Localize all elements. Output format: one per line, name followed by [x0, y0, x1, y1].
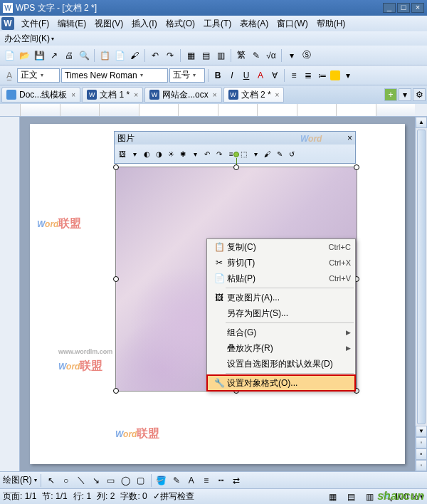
tab-doc2[interactable]: W文档 2 *× [223, 87, 285, 103]
equation-button[interactable]: √α [265, 49, 278, 62]
new-tab-button[interactable]: + [384, 88, 397, 101]
line-button[interactable]: ＼ [75, 474, 88, 487]
menu-window[interactable]: 窗口(W) [273, 16, 312, 31]
ctx-object-format[interactable]: 🔧设置对象格式(O)... [207, 375, 355, 391]
page-down-button[interactable]: ◦ [416, 460, 427, 471]
close-icon[interactable]: × [213, 91, 217, 99]
align-center-button[interactable]: ≣ [302, 69, 315, 82]
resize-handle-t[interactable] [233, 164, 239, 170]
italic-button[interactable]: I [226, 69, 238, 82]
arrow-button[interactable]: ↘ [90, 474, 102, 487]
new-button[interactable]: 📄 [3, 49, 16, 62]
print-button[interactable]: 🖨 [63, 49, 75, 62]
ctx-default-effect[interactable]: 设置自选图形的默认效果(D) [207, 356, 355, 372]
styles-button[interactable]: Ⓢ [300, 49, 313, 62]
wrap-button[interactable]: ▾ [251, 149, 260, 159]
ctx-order[interactable]: 叠放次序(R)▶ [207, 340, 355, 356]
tab-doc1[interactable]: W文档 1 *× [82, 87, 143, 103]
fill-button[interactable]: 🪣 [155, 474, 168, 487]
rotate-handle[interactable] [233, 152, 239, 157]
menu-table[interactable]: 表格(A) [236, 16, 273, 31]
bright-up-button[interactable]: ☀ [166, 149, 176, 159]
dropdown-button[interactable]: ▾ [285, 49, 298, 62]
ctx-copy[interactable]: 📋复制(C)Ctrl+C [207, 239, 355, 255]
ctx-paste[interactable]: 📄粘贴(P)Ctrl+V [207, 271, 355, 286]
bold-button[interactable]: B [211, 69, 224, 82]
contrast-down-button[interactable]: ◑ [154, 149, 164, 159]
resize-handle-bl[interactable] [113, 388, 119, 394]
ctx-cut[interactable]: ✂剪切(T)Ctrl+X [207, 255, 355, 271]
status-spell[interactable]: ✓拼写检查 [153, 490, 194, 503]
vertical-ruler[interactable] [0, 117, 20, 471]
symbols-button[interactable]: 繁 [235, 49, 248, 62]
rotate-right-button[interactable]: ↷ [214, 149, 224, 159]
columns-button[interactable]: ▥ [214, 49, 227, 62]
font-color2-button[interactable]: A [185, 474, 198, 487]
close-icon[interactable]: × [71, 91, 75, 99]
resize-handle-tl[interactable] [113, 164, 119, 170]
table-button[interactable]: ▦ [184, 49, 197, 62]
line-color-button[interactable]: ✎ [170, 474, 183, 487]
menu-insert[interactable]: 插入(I) [127, 16, 161, 31]
browse-button[interactable]: ▪ [416, 448, 427, 460]
preview-button[interactable]: 🔍 [78, 49, 90, 62]
format-painter-button[interactable]: 🖌 [128, 49, 141, 62]
tab-list-button[interactable]: ▾ [399, 88, 411, 101]
open-button[interactable]: 📂 [18, 49, 31, 62]
dash-button[interactable]: ┅ [215, 474, 228, 487]
list-button[interactable]: ≔ [316, 69, 329, 82]
minimize-button[interactable]: _ [383, 3, 396, 13]
reset-button[interactable]: ↺ [287, 149, 297, 159]
menu-view[interactable]: 视图(V) [90, 16, 127, 31]
maximize-button[interactable]: □ [397, 3, 410, 13]
ctx-save-as-pic[interactable]: 另存为图片(S)... [207, 305, 355, 321]
copy-button[interactable]: 📋 [98, 49, 111, 62]
menu-help[interactable]: 帮助(H) [312, 16, 350, 31]
scroll-thumb[interactable] [417, 130, 426, 424]
tab-website[interactable]: W网站金...ocx× [144, 87, 222, 103]
crop-button[interactable]: ▾ [190, 149, 200, 159]
paragraph-button[interactable] [330, 70, 340, 80]
color-button[interactable]: ▾ [130, 149, 139, 159]
select-button[interactable]: ↖ [45, 474, 58, 487]
close-button[interactable]: × [411, 3, 424, 13]
contrast-up-button[interactable]: ◐ [142, 149, 152, 159]
save-button[interactable]: 💾 [33, 49, 46, 62]
underline-button[interactable]: U [240, 69, 253, 82]
view-print-button[interactable]: ▦ [327, 490, 339, 503]
line-style-button[interactable]: ≡ [200, 474, 213, 487]
format-button[interactable]: 🖌 [263, 149, 273, 159]
rect-button[interactable]: ▭ [105, 474, 117, 487]
resize-handle-tr[interactable] [354, 164, 359, 170]
view-outline-button[interactable]: ▤ [345, 490, 358, 503]
undo-button[interactable]: ↶ [149, 49, 162, 62]
vertical-scrollbar[interactable]: ▲ ▼ ◦ ▪ ◦ [415, 117, 427, 471]
compress-button[interactable]: ⬚ [238, 149, 248, 159]
ctx-group[interactable]: 组合(G)▶ [207, 325, 355, 340]
wps-logo[interactable]: W [1, 17, 14, 30]
draw-menu[interactable]: 绘图(R) [3, 474, 32, 486]
align-left-button[interactable]: ≡ [288, 69, 300, 82]
redo-button[interactable]: ↷ [164, 49, 176, 62]
insert-pic-button[interactable]: 🖼 [117, 149, 127, 159]
ctx-change-pic[interactable]: 🖼更改图片(A)... [207, 290, 355, 305]
style-combo[interactable]: 正文▾ [17, 68, 60, 83]
font-combo[interactable]: Times New Roman▾ [61, 68, 168, 83]
tab-doc-template[interactable]: Doc...线模板× [1, 87, 80, 103]
font-color-button[interactable]: A [254, 69, 267, 82]
page-up-button[interactable]: ◦ [416, 437, 427, 448]
menu-edit[interactable]: 编辑(E) [53, 16, 90, 31]
size-combo[interactable]: 五号▾ [169, 68, 205, 83]
view-web-button[interactable]: ▥ [364, 490, 376, 503]
menu-tools[interactable]: 工具(T) [199, 16, 236, 31]
drawing-button[interactable]: ✎ [250, 49, 263, 62]
arrow-style-button[interactable]: ⇄ [230, 474, 243, 487]
highlight-button[interactable]: ∀ [268, 69, 281, 82]
close-icon[interactable]: × [275, 91, 280, 99]
panel-close-icon[interactable]: × [347, 133, 352, 143]
resize-handle-l[interactable] [113, 276, 119, 282]
rotate-left-button[interactable]: ↶ [202, 149, 212, 159]
indent-button[interactable]: ▾ [342, 69, 354, 82]
paste-button[interactable]: 📄 [113, 49, 126, 62]
menu-format[interactable]: 格式(O) [162, 16, 199, 31]
